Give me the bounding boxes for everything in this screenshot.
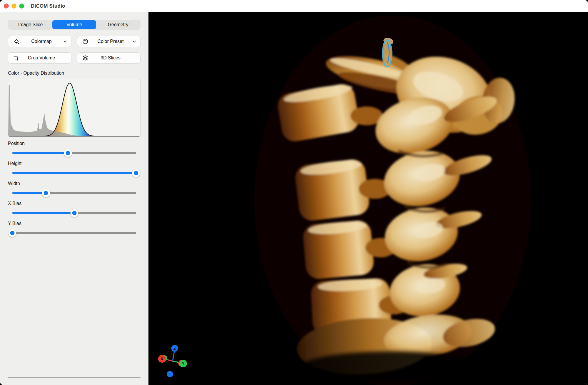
color-opacity-distribution-editor[interactable] [8, 79, 141, 137]
app-window: DICOM Studio Image Slice Volume Geometry [0, 0, 588, 385]
layers-icon [82, 55, 88, 61]
tab-geometry[interactable]: Geometry [96, 20, 140, 29]
3d-slices-button[interactable]: 3D Slices [77, 52, 141, 64]
crop-icon [13, 55, 19, 61]
y-bias-label: Y Bias [8, 221, 141, 226]
traffic-lights [4, 4, 24, 9]
slider-track[interactable] [12, 172, 136, 174]
y-bias-slider-row: Y Bias [8, 221, 141, 237]
y-bias-slider[interactable] [12, 229, 136, 237]
render-viewport[interactable]: Z X Y [148, 12, 588, 385]
crop-volume-button[interactable]: Crop Volume [8, 52, 71, 64]
slider-thumb[interactable] [9, 229, 16, 237]
position-slider[interactable] [12, 149, 136, 157]
x-bias-slider[interactable] [12, 209, 136, 217]
axis-z-label: Z [173, 346, 176, 351]
color-preset-button[interactable]: Color Preset [77, 36, 141, 47]
height-slider-row: Height [8, 161, 141, 177]
axis-z-ball[interactable]: Z [171, 345, 178, 352]
height-slider[interactable] [12, 169, 136, 177]
spine-volume-render[interactable] [148, 12, 588, 385]
tab-image-slice[interactable]: Image Slice [9, 20, 52, 29]
crop-volume-label: Crop Volume [19, 55, 64, 61]
sidebar-divider [8, 377, 141, 378]
window-title: DICOM Studio [31, 3, 65, 9]
tool-buttons: Colormap [8, 36, 141, 64]
width-slider-row: Width [8, 181, 141, 197]
histogram-baseline [8, 136, 140, 136]
slider-track[interactable] [12, 232, 136, 234]
transfer-function-section-label: Color · Opacity Distribution [8, 71, 141, 76]
sidebar: Image Slice Volume Geometry Colormap [0, 12, 148, 385]
title-bar: DICOM Studio [0, 0, 588, 12]
slider-track[interactable] [12, 192, 136, 194]
colormap-label: Colormap [19, 39, 64, 44]
orientation-axes-widget[interactable]: Z X Y [153, 328, 200, 379]
colormap-button[interactable]: Colormap [8, 36, 71, 47]
zoom-button[interactable] [19, 4, 24, 9]
width-slider[interactable] [12, 189, 136, 197]
axis-y-ball[interactable]: Y [179, 360, 187, 367]
close-button[interactable] [4, 4, 9, 9]
slider-thumb[interactable] [132, 169, 140, 177]
width-label: Width [8, 181, 141, 186]
height-label: Height [8, 161, 141, 166]
chevron-down-icon [133, 40, 136, 43]
slider-thumb[interactable] [42, 189, 50, 197]
x-bias-label: X Bias [8, 201, 141, 206]
3d-slices-label: 3D Slices [88, 55, 133, 61]
axis-y-label: Y [182, 361, 185, 366]
paint-bucket-icon [13, 38, 19, 45]
transfer-function-plot[interactable] [8, 79, 140, 137]
axis-x-label: X [161, 356, 163, 361]
palette-icon [82, 38, 88, 45]
position-label: Position [8, 141, 141, 146]
color-preset-label: Color Preset [88, 39, 133, 44]
mode-tabs: Image Slice Volume Geometry [8, 20, 141, 30]
x-bias-slider-row: X Bias [8, 201, 141, 217]
slider-track[interactable] [12, 152, 136, 154]
axis-z-negative-ball[interactable] [167, 371, 173, 377]
chevron-down-icon [64, 40, 67, 43]
position-slider-row: Position [8, 141, 141, 157]
minimize-button[interactable] [11, 4, 16, 9]
slider-thumb[interactable] [70, 209, 78, 217]
slider-thumb[interactable] [64, 149, 72, 157]
tab-volume[interactable]: Volume [52, 20, 96, 29]
axis-x-ball[interactable]: X [158, 355, 166, 363]
gaussian-color-curve[interactable] [45, 83, 94, 136]
